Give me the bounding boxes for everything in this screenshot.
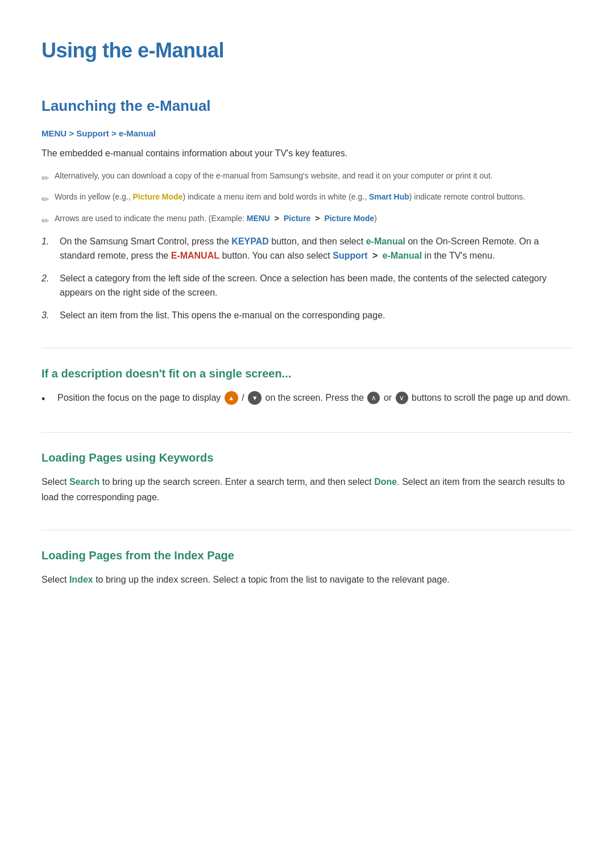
step-1: 1. On the Samsung Smart Control, press t… (42, 234, 572, 263)
step-2: 2. Select a category from the left side … (42, 271, 572, 300)
highlight-smart-hub: Smart Hub (369, 192, 409, 201)
note-3-text: Arrows are used to indicate the menu pat… (55, 213, 572, 225)
highlight-emanual-button: E-MANUAL (171, 251, 219, 260)
page-up-icon: ▲ (225, 391, 238, 405)
highlight-picture-mode: Picture Mode (324, 214, 374, 223)
single-screen-content: Position the focus on the page to displa… (57, 391, 572, 405)
highlight-support: Support (333, 251, 367, 260)
note-3: ✏ Arrows are used to indicate the menu p… (42, 213, 572, 229)
steps-list: 1. On the Samsung Smart Control, press t… (42, 234, 572, 323)
section-keywords: Loading Pages using Keywords Select Sear… (42, 448, 572, 505)
index-body: Select Index to bring up the index scree… (42, 572, 572, 587)
highlight-keypad: KEYPAD (231, 236, 269, 246)
breadcrumb-support: Support (76, 128, 109, 138)
step-2-num: 2. (42, 271, 57, 286)
launching-intro: The embedded e-manual contains informati… (42, 146, 572, 161)
breadcrumb-menu: MENU (42, 128, 67, 138)
note-1: ✏ Alternatively, you can download a copy… (42, 170, 572, 186)
keywords-title: Loading Pages using Keywords (42, 448, 572, 467)
divider-2 (42, 432, 572, 433)
bullet-dot: • (42, 391, 53, 408)
highlight-picture-mode: Picture Mode (132, 192, 182, 201)
step-1-content: On the Samsung Smart Control, press the … (60, 234, 572, 263)
section-single-screen: If a description doesn't fit on a single… (42, 364, 572, 408)
index-title: Loading Pages from the Index Page (42, 546, 572, 564)
highlight-search: Search (69, 477, 99, 487)
keywords-body: Select Search to bring up the search scr… (42, 475, 572, 505)
breadcrumb-sep2: > (109, 128, 119, 138)
launching-section-title: Launching the e-Manual (42, 94, 572, 118)
pencil-icon-3: ✏ (42, 214, 49, 229)
single-screen-item: • Position the focus on the page to disp… (42, 391, 572, 408)
step-3-content: Select an item from the list. This opens… (60, 308, 572, 323)
pencil-icon-2: ✏ (42, 192, 49, 207)
page-title: Using the e-Manual (42, 34, 572, 67)
breadcrumb-sep1: > (67, 128, 76, 138)
step-3: 3. Select an item from the list. This op… (42, 308, 572, 323)
or-text: or (384, 393, 392, 402)
scroll-down-arrow: ∨ (396, 392, 408, 404)
highlight-emanual-2: e-Manual (383, 251, 422, 260)
breadcrumb: MENU > Support > e-Manual (42, 127, 572, 140)
note-2: ✏ Words in yellow (e.g., Picture Mode) i… (42, 191, 572, 207)
breadcrumb-emanual: e-Manual (119, 128, 156, 138)
highlight-index: Index (69, 575, 93, 584)
highlight-menu: MENU (247, 214, 270, 223)
divider-3 (42, 530, 572, 530)
note-2-text: Words in yellow (e.g., Picture Mode) ind… (55, 191, 572, 203)
section-index: Loading Pages from the Index Page Select… (42, 546, 572, 587)
scroll-up-arrow: ∧ (367, 392, 380, 404)
highlight-picture: Picture (284, 214, 310, 223)
highlight-emanual-1: e-Manual (366, 236, 405, 246)
page-down-icon: ▼ (248, 391, 262, 405)
step-1-num: 1. (42, 234, 57, 249)
highlight-done: Done (374, 477, 397, 487)
step-3-num: 3. (42, 308, 57, 323)
section-launching: Launching the e-Manual MENU > Support > … (42, 94, 572, 323)
single-screen-bullets: • Position the focus on the page to disp… (42, 391, 572, 408)
divider-1 (42, 348, 572, 348)
pencil-icon-1: ✏ (42, 171, 49, 186)
single-screen-title: If a description doesn't fit on a single… (42, 364, 572, 383)
note-1-text: Alternatively, you can download a copy o… (55, 170, 572, 182)
step-2-content: Select a category from the left side of … (60, 271, 572, 300)
